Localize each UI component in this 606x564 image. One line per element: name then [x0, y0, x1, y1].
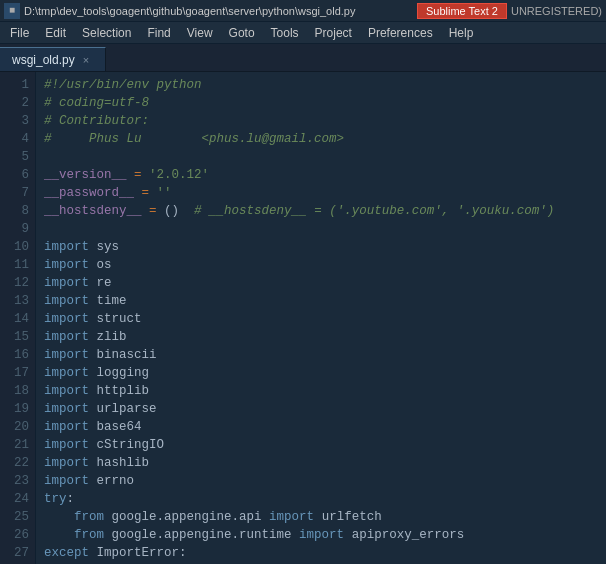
line-number-2: 2	[4, 94, 29, 112]
menu-goto[interactable]: Goto	[221, 22, 263, 44]
code-line: from google.appengine.runtime import api…	[44, 526, 598, 544]
line-number-21: 21	[4, 436, 29, 454]
line-number-9: 9	[4, 220, 29, 238]
line-number-12: 12	[4, 274, 29, 292]
line-number-22: 22	[4, 454, 29, 472]
line-number-17: 17	[4, 364, 29, 382]
line-number-6: 6	[4, 166, 29, 184]
menu-view[interactable]: View	[179, 22, 221, 44]
code-line	[44, 220, 598, 238]
line-number-26: 26	[4, 526, 29, 544]
line-number-11: 11	[4, 256, 29, 274]
code-line: import hashlib	[44, 454, 598, 472]
menu-help[interactable]: Help	[441, 22, 482, 44]
line-number-4: 4	[4, 130, 29, 148]
line-number-14: 14	[4, 310, 29, 328]
code-line	[44, 148, 598, 166]
code-content[interactable]: #!/usr/bin/env python# coding=utf-8# Con…	[36, 72, 606, 564]
code-line: # coding=utf-8	[44, 94, 598, 112]
menu-tools[interactable]: Tools	[263, 22, 307, 44]
code-line: import time	[44, 292, 598, 310]
code-line: import logging	[44, 364, 598, 382]
line-number-3: 3	[4, 112, 29, 130]
menu-edit[interactable]: Edit	[37, 22, 74, 44]
line-number-19: 19	[4, 400, 29, 418]
menu-find[interactable]: Find	[139, 22, 178, 44]
line-number-24: 24	[4, 490, 29, 508]
code-area: 1234567891011121314151617181920212223242…	[0, 72, 606, 564]
line-number-13: 13	[4, 292, 29, 310]
line-number-10: 10	[4, 238, 29, 256]
code-line: # Phus Lu <phus.lu@gmail.com>	[44, 130, 598, 148]
code-line: import os	[44, 256, 598, 274]
code-line: __hostsdeny__ = () # __hostsdeny__ = ('.…	[44, 202, 598, 220]
menu-bar: File Edit Selection Find View Goto Tools…	[0, 22, 606, 44]
unregistered-label: UNREGISTERED)	[511, 5, 602, 17]
line-numbers: 1234567891011121314151617181920212223242…	[0, 72, 36, 564]
line-number-27: 27	[4, 544, 29, 562]
menu-selection[interactable]: Selection	[74, 22, 139, 44]
line-number-18: 18	[4, 382, 29, 400]
code-line: __password__ = ''	[44, 184, 598, 202]
title-bar: ■ D:\tmp\dev_tools\goagent\github\goagen…	[0, 0, 606, 22]
code-line: import urlparse	[44, 400, 598, 418]
tab-bar: wsgi_old.py ×	[0, 44, 606, 72]
line-number-23: 23	[4, 472, 29, 490]
code-line: __version__ = '2.0.12'	[44, 166, 598, 184]
menu-project[interactable]: Project	[307, 22, 360, 44]
line-number-25: 25	[4, 508, 29, 526]
app-icon: ■	[4, 3, 20, 19]
code-line: except ImportError:	[44, 544, 598, 562]
line-number-15: 15	[4, 328, 29, 346]
tab-wsgi-old[interactable]: wsgi_old.py ×	[0, 47, 106, 71]
menu-file[interactable]: File	[2, 22, 37, 44]
title-path: D:\tmp\dev_tools\goagent\github\goagent\…	[24, 5, 417, 17]
code-line: #!/usr/bin/env python	[44, 76, 598, 94]
code-line: import cStringIO	[44, 436, 598, 454]
app-name: Sublime Text 2	[417, 3, 507, 19]
code-line: import httplib	[44, 382, 598, 400]
line-number-7: 7	[4, 184, 29, 202]
tab-close-button[interactable]: ×	[83, 54, 89, 66]
code-line: import struct	[44, 310, 598, 328]
tab-filename: wsgi_old.py	[12, 53, 75, 67]
code-line: from google.appengine.api import urlfetc…	[44, 508, 598, 526]
code-line: import binascii	[44, 346, 598, 364]
code-line: try:	[44, 490, 598, 508]
code-line: # Contributor:	[44, 112, 598, 130]
code-line: import sys	[44, 238, 598, 256]
line-number-5: 5	[4, 148, 29, 166]
line-number-1: 1	[4, 76, 29, 94]
line-number-16: 16	[4, 346, 29, 364]
code-line: import base64	[44, 418, 598, 436]
line-number-8: 8	[4, 202, 29, 220]
code-line: import re	[44, 274, 598, 292]
code-line: import zlib	[44, 328, 598, 346]
code-line: import errno	[44, 472, 598, 490]
line-number-20: 20	[4, 418, 29, 436]
menu-preferences[interactable]: Preferences	[360, 22, 441, 44]
